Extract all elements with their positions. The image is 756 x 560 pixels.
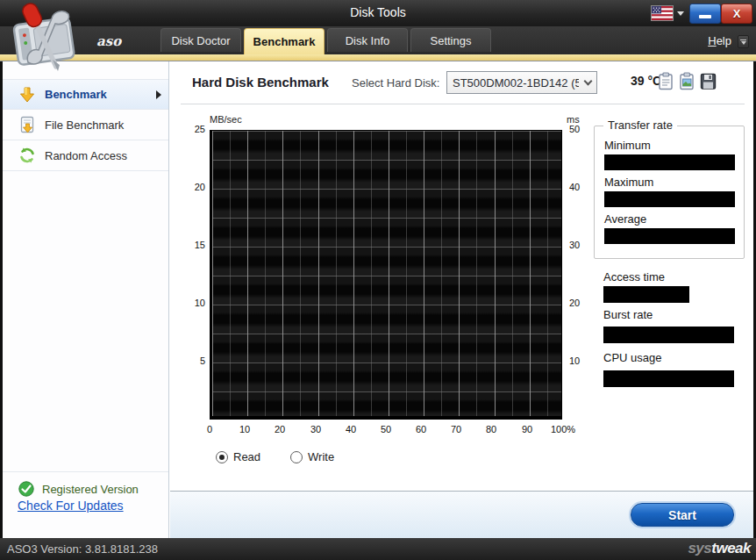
sidebar: Benchmark File Benchmark <box>3 61 169 538</box>
burst-rate-value-box <box>603 327 734 343</box>
tab-disk-doctor[interactable]: Disk Doctor <box>160 28 241 52</box>
save-icon[interactable] <box>700 72 717 90</box>
average-label: Average <box>604 212 646 226</box>
select-disk-label: Select Hard Disk: <box>352 76 439 90</box>
maximum-label: Maximum <box>604 176 653 189</box>
registered-check-icon <box>18 481 34 497</box>
transfer-rate-legend: Transfer rate <box>603 118 677 132</box>
sidebar-item-label: File Benchmark <box>45 118 124 132</box>
write-radio-icon[interactable] <box>290 451 303 463</box>
x-tick: 10 <box>228 424 261 434</box>
registered-version-row: Registered Version <box>3 471 168 497</box>
x-tick: 20 <box>263 424 296 434</box>
version-text: ASO3 Version: 3.81.8181.238 <box>7 542 158 556</box>
minimum-value-box <box>604 154 735 170</box>
clipboard-image-icon[interactable] <box>679 72 695 90</box>
header-divider <box>181 104 745 104</box>
y-left-tick: 25 <box>177 124 205 134</box>
aso-brand-text: aso <box>96 33 121 49</box>
minimum-label: Minimum <box>604 139 651 152</box>
tab-benchmark[interactable]: Benchmark <box>244 28 325 54</box>
systweak-logo: systweak <box>688 540 751 557</box>
maximum-value-box <box>604 191 735 207</box>
x-tick: 70 <box>439 424 473 434</box>
sidebar-item-label: Random Access <box>45 149 127 162</box>
sidebar-nav: Benchmark File Benchmark <box>3 79 168 171</box>
chevron-right-icon <box>156 90 161 99</box>
benchmark-arrow-icon <box>18 86 36 104</box>
tab-settings[interactable]: Settings <box>410 28 491 52</box>
read-radio-option[interactable]: Read <box>216 450 260 463</box>
x-tick: 80 <box>474 424 508 434</box>
main-body: Benchmark File Benchmark <box>3 61 753 538</box>
transfer-rate-group: Transfer rate Minimum Maximum Average <box>594 126 745 259</box>
x-tick: 40 <box>334 424 367 434</box>
sidebar-item-benchmark[interactable]: Benchmark <box>3 79 168 110</box>
y-right-tick: 10 <box>569 355 592 366</box>
tabs: Disk Doctor Benchmark Disk Info Settings <box>160 28 491 54</box>
start-button[interactable]: Start <box>631 503 734 527</box>
read-radio-label: Read <box>233 450 260 463</box>
temperature-value: 39 °C <box>631 74 661 88</box>
y-right-tick: 40 <box>569 182 592 192</box>
random-access-refresh-icon <box>18 147 36 164</box>
disk-select-value: ST500DM002-1BD142 (5 <box>447 76 579 90</box>
disk-tools-logo-icon <box>4 2 88 77</box>
action-strip: Start <box>170 491 753 538</box>
tab-bar: aso Disk Doctor Benchmark Disk Info Sett… <box>0 26 756 54</box>
status-bar: ASO3 Version: 3.81.8181.238 systweak <box>0 538 756 560</box>
content-panel: Hard Disk Benchmark Select Hard Disk: ST… <box>170 61 753 538</box>
file-benchmark-icon <box>18 116 36 133</box>
x-tick: 100% <box>546 424 580 434</box>
y-left-tick: 5 <box>177 355 205 366</box>
write-radio-label: Write <box>308 450 334 463</box>
sidebar-item-label: Benchmark <box>45 88 107 101</box>
titlebar[interactable]: Disk Tools X <box>0 0 756 26</box>
sidebar-item-random-access[interactable]: Random Access <box>3 140 168 171</box>
help-dropdown-icon[interactable] <box>738 35 749 48</box>
tab-disk-info[interactable]: Disk Info <box>327 28 408 52</box>
y-right-tick: 30 <box>569 240 592 250</box>
read-radio-icon[interactable] <box>216 451 228 463</box>
y-left-tick: 15 <box>177 240 205 250</box>
check-updates-link[interactable]: Check For Updates <box>18 499 124 513</box>
minimize-button[interactable] <box>689 4 721 24</box>
access-time-value-box <box>603 286 689 303</box>
x-tick: 50 <box>369 424 403 434</box>
access-time-label: Access time <box>603 270 665 284</box>
y-right-tick: 50 <box>569 124 592 134</box>
write-radio-option[interactable]: Write <box>290 450 334 463</box>
average-value-box <box>604 228 735 244</box>
x-tick: 30 <box>299 424 332 434</box>
registered-version-label: Registered Version <box>42 483 139 496</box>
y-left-tick: 20 <box>177 182 205 192</box>
chevron-down-icon <box>579 81 596 84</box>
page-title: Hard Disk Benchmark <box>192 75 329 90</box>
minimize-icon <box>699 15 711 18</box>
y-left-tick: 10 <box>177 298 205 308</box>
y-right-tick: 20 <box>569 298 592 308</box>
x-tick: 0 <box>193 424 226 434</box>
y-left-axis-label: MB/sec <box>210 114 242 125</box>
accent-bar <box>0 54 756 61</box>
language-selector[interactable] <box>651 5 684 21</box>
cpu-usage-value-box <box>603 370 734 387</box>
app-window: Disk Tools X aso Disk Doctor Benchmark D… <box>0 0 756 560</box>
language-caret-icon <box>677 11 684 16</box>
benchmark-chart-plot <box>210 130 562 420</box>
cpu-usage-label: CPU usage <box>603 351 661 364</box>
us-flag-icon <box>651 5 674 21</box>
clipboard-copy-icon[interactable] <box>658 72 674 90</box>
window-title: Disk Tools <box>0 5 756 19</box>
close-icon: X <box>733 7 741 20</box>
x-tick: 90 <box>510 424 544 434</box>
disk-select-dropdown[interactable]: ST500DM002-1BD142 (5 <box>446 71 597 94</box>
mode-radio-group: Read Write <box>216 450 334 463</box>
help-menu[interactable]: Help <box>708 34 731 47</box>
x-tick: 60 <box>404 424 438 434</box>
sidebar-item-file-benchmark[interactable]: File Benchmark <box>3 110 168 140</box>
close-button[interactable]: X <box>721 4 752 24</box>
burst-rate-label: Burst rate <box>603 308 653 321</box>
